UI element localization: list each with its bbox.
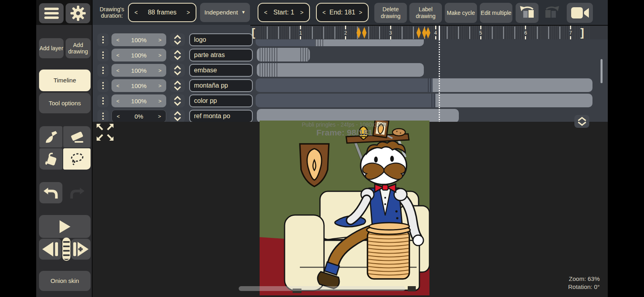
opacity-decrease[interactable]: < [116, 98, 120, 104]
end-frame-stepper[interactable]: < End: 181 > [316, 3, 369, 22]
undo-icon [43, 187, 59, 199]
layer-name-field[interactable]: parte atras [189, 49, 253, 61]
layer-menu-button[interactable] [97, 79, 109, 92]
tab-tool-options[interactable]: Tool options [39, 93, 91, 113]
duration-increase[interactable]: > [187, 9, 190, 16]
timeline-bar-segment[interactable] [436, 94, 592, 107]
layer-reorder-button[interactable] [170, 33, 185, 46]
animation-canvas[interactable] [260, 121, 429, 295]
canvas-horizontal-scrollbar[interactable] [239, 286, 405, 291]
opacity-increase[interactable]: > [158, 98, 161, 104]
duration-stepper[interactable]: < 88 frames > [128, 3, 196, 22]
fullscreen-button[interactable] [96, 123, 116, 143]
onion-skin-button[interactable]: Onion skin [39, 271, 91, 291]
layer-row: < 100% > logo [93, 32, 254, 47]
project-info-overlay: Publi pringles - 24fps - 1080x1080 [260, 121, 429, 128]
layer-menu-button[interactable] [97, 33, 109, 46]
layer-menu-button[interactable] [97, 49, 109, 61]
brush-icon [44, 130, 58, 144]
export-video-button[interactable] [567, 3, 593, 23]
tab-timeline[interactable]: Timeline [39, 70, 91, 91]
opacity-decrease[interactable]: < [116, 52, 120, 58]
range-end-bracket[interactable]: ] [580, 26, 584, 39]
label-drawing-button[interactable]: Label drawing [409, 3, 442, 23]
zoom-status: Zoom: 63% [507, 275, 600, 283]
layer-reorder-button[interactable] [170, 64, 185, 77]
redo-button[interactable] [63, 182, 91, 203]
brush-tool-button[interactable] [39, 126, 62, 147]
layer-name-field[interactable]: color pp [189, 94, 253, 107]
layer-menu-button[interactable] [97, 94, 109, 107]
play-button[interactable] [39, 215, 91, 238]
layer-reorder-button[interactable] [170, 79, 185, 92]
layer-opacity-stepper[interactable]: < 100% > [111, 94, 166, 107]
fill-tool-button[interactable] [39, 148, 62, 170]
opacity-increase[interactable]: > [158, 52, 161, 58]
layer-menu-button[interactable] [97, 110, 109, 122]
timeline-bar-segment[interactable] [433, 78, 592, 92]
layer-name-field[interactable]: logo [189, 33, 253, 46]
opacity-decrease[interactable]: < [116, 83, 120, 89]
opacity-increase[interactable]: > [158, 83, 161, 89]
kebab-menu-icon [102, 51, 104, 53]
opacity-increase[interactable]: > [158, 37, 161, 43]
start-decrease[interactable]: < [264, 9, 267, 16]
layer-opacity-stepper[interactable]: < 0% > [111, 110, 166, 122]
app-screen: Add layer Add drawing Timeline Tool opti… [0, 0, 644, 297]
undo-button[interactable] [39, 182, 62, 203]
add-layer-button[interactable]: Add layer [39, 38, 64, 58]
end-increase[interactable]: > [359, 9, 362, 16]
opacity-increase[interactable]: > [158, 113, 161, 119]
layer-name-field[interactable]: montaña pp [189, 79, 253, 92]
layer-reorder-button[interactable] [170, 110, 185, 122]
opacity-value: 100% [131, 37, 147, 43]
layer-opacity-stepper[interactable]: < 100% > [111, 49, 166, 61]
timeline-bar-segment[interactable] [260, 48, 278, 61]
playhead-line[interactable] [439, 39, 440, 122]
layer-reorder-button[interactable] [170, 49, 185, 61]
next-frame-button[interactable] [71, 239, 91, 260]
playhead[interactable] [439, 26, 440, 39]
start-frame-stepper[interactable]: < Start: 1 > [258, 3, 310, 22]
make-cycle-button[interactable]: Make cycle [445, 3, 477, 23]
opacity-decrease[interactable]: < [116, 37, 120, 43]
scroll-layers-button[interactable] [574, 115, 589, 128]
duration-decrease[interactable]: < [134, 9, 138, 16]
layer-opacity-stepper[interactable]: < 100% > [111, 64, 166, 77]
opacity-decrease[interactable]: < [116, 68, 120, 74]
frame-scrubber[interactable] [62, 238, 70, 261]
menu-button[interactable] [39, 3, 64, 23]
add-drawing-button[interactable]: Add drawing [66, 38, 91, 58]
previous-frame-button[interactable] [39, 239, 62, 260]
opacity-value: 100% [131, 82, 147, 89]
layer-name-field[interactable]: embase [189, 64, 253, 77]
play-icon [59, 220, 71, 234]
layer-name-field[interactable]: ref monta po [189, 110, 253, 122]
playback-mode-dropdown[interactable]: Independent ▼ [200, 3, 250, 22]
timeline-bar-segment[interactable] [260, 63, 278, 77]
end-decrease[interactable]: < [322, 9, 326, 16]
timeline-bar-segment[interactable] [300, 48, 308, 61]
layer-reorder-button[interactable] [170, 94, 185, 107]
delete-drawing-button[interactable]: Delete drawing [374, 3, 407, 23]
timeline-bar-segment[interactable] [256, 78, 428, 92]
start-increase[interactable]: > [300, 9, 303, 16]
edit-multiple-button[interactable]: Edit multiple [480, 3, 512, 23]
flip-next-button[interactable] [541, 3, 563, 23]
layers-scrollbar[interactable] [601, 59, 603, 83]
timeline-bar-segment[interactable] [256, 94, 431, 107]
layer-menu-button[interactable] [97, 64, 109, 77]
opacity-value: 100% [131, 98, 147, 104]
timeline-bar-segment[interactable] [257, 63, 424, 77]
eraser-tool-button[interactable] [63, 126, 91, 147]
settings-button[interactable] [66, 3, 90, 23]
flip-previous-button[interactable] [516, 3, 539, 23]
opacity-value: 0% [134, 113, 143, 120]
layer-opacity-stepper[interactable]: < 100% > [111, 79, 166, 92]
layer-opacity-stepper[interactable]: < 100% > [111, 33, 166, 46]
opacity-decrease[interactable]: < [117, 113, 120, 119]
lasso-tool-button[interactable] [63, 148, 91, 170]
timeline-bar-segment[interactable] [257, 109, 459, 122]
opacity-increase[interactable]: > [158, 68, 161, 74]
timeline-ruler[interactable]: [ ] 1234567 [250, 25, 608, 39]
